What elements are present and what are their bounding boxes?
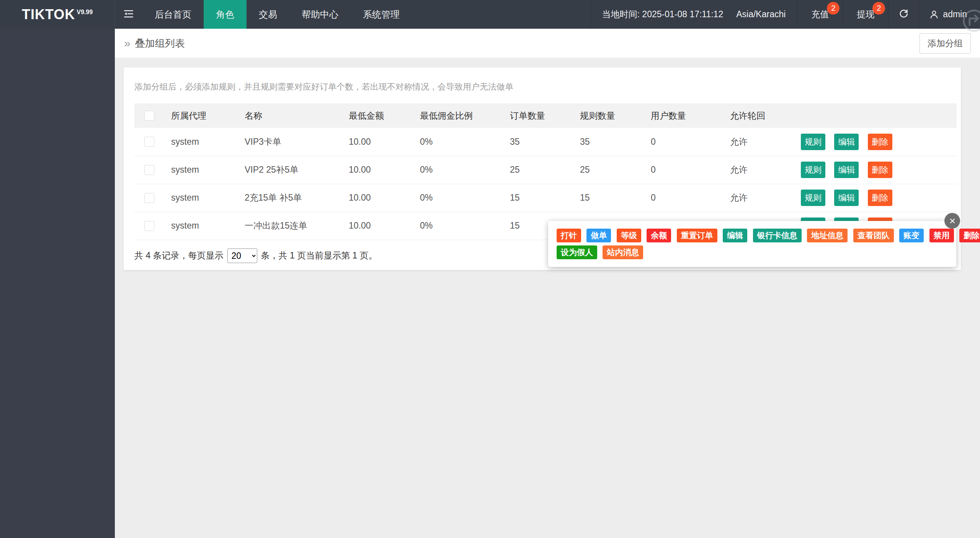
popup-action-button[interactable]: 编辑 (723, 229, 747, 242)
groups-table: 所属代理 名称 最低金额 最低佣金比例 订单数量 规则数量 用户数量 允许轮回 (134, 103, 957, 240)
cell-min-commission: 0% (420, 128, 510, 156)
withdraw-badge: 2 (872, 2, 885, 15)
cell-min-commission: 0% (420, 156, 510, 184)
recharge-button[interactable]: 充值 2 (797, 0, 843, 29)
col-header-users: 用户数量 (651, 103, 730, 128)
user-icon (929, 10, 939, 20)
sidebar (0, 29, 115, 538)
page-size-select[interactable]: 20 (227, 249, 257, 263)
nav-menu-item[interactable]: 后台首页 (142, 0, 204, 29)
cell-min-amount: 10.00 (349, 156, 420, 184)
logo-text: TIKTOK (22, 7, 75, 23)
withdraw-button[interactable]: 提现 2 (843, 0, 888, 29)
rules-button[interactable]: 规则 (801, 190, 825, 206)
nav-menu-item[interactable]: 帮助中心 (289, 0, 351, 29)
logo: TIKTOK V9.99 (0, 0, 115, 29)
nav-menu-item-label: 后台首页 (155, 8, 191, 21)
popup-action-button[interactable]: 删除 (959, 229, 980, 242)
cell-rules: 25 (580, 156, 651, 184)
popup-action-button[interactable]: 打针 (557, 229, 581, 242)
delete-button[interactable]: 删除 (868, 162, 892, 178)
row-checkbox[interactable] (144, 165, 154, 175)
edit-button[interactable]: 编辑 (834, 162, 859, 178)
col-header-orders: 订单数量 (510, 103, 580, 128)
page-title: 叠加组列表 (135, 37, 185, 50)
pagination-suffix: 条，共 1 页当前显示第 1 页。 (261, 250, 377, 262)
popup-action-button[interactable]: 余额 (647, 229, 671, 242)
popup-actions-row-2: 设为假人 站内消息 (557, 245, 952, 259)
nav-menu-item[interactable]: 角色 (204, 0, 247, 29)
popup-action-button[interactable]: 等级 (617, 229, 641, 242)
breadcrumb: » 叠加组列表 添加分组 (115, 29, 980, 58)
cell-min-amount: 10.00 (349, 184, 420, 212)
refresh-button[interactable] (888, 0, 919, 29)
popup-action-button[interactable]: 禁用 (929, 229, 954, 242)
cell-users: 0 (651, 128, 730, 156)
nav-menu-item-label: 系统管理 (363, 8, 400, 21)
row-checkbox[interactable] (144, 137, 154, 147)
popup-action-button[interactable]: 设为假人 (557, 245, 597, 259)
cell-agent: system (171, 212, 245, 240)
cell-rotation: 允许 (730, 156, 801, 184)
page: TIKTOK V9.99 后台首页 角色 交易 (0, 0, 980, 538)
cell-users: 0 (651, 156, 730, 184)
nav-menu-item[interactable]: 系统管理 (351, 0, 412, 29)
popup-action-button[interactable]: 银行卡信息 (753, 229, 802, 242)
cell-orders: 25 (510, 156, 580, 184)
add-group-button[interactable]: 添加分组 (920, 33, 971, 54)
menu-icon (123, 8, 134, 21)
cell-rules: 15 (580, 184, 651, 212)
recharge-badge: 2 (827, 2, 840, 15)
member-actions-popup: 打针 做单 等级 余额 重置订单 编辑 银行卡信息 地址信息 查看团队 账变 禁… (548, 221, 956, 267)
username: admin (943, 9, 967, 20)
delete-button[interactable]: 删除 (868, 190, 892, 206)
col-header-min-amount: 最低金额 (349, 103, 420, 128)
cell-name: 2充15单 补5单 (245, 184, 349, 212)
recharge-label: 充值 (811, 8, 829, 20)
main-area: » 叠加组列表 添加分组 添加分组后，必须添加规则，并且规则需要对应好订单个数，… (115, 29, 980, 538)
table-header-row: 所属代理 名称 最低金额 最低佣金比例 订单数量 规则数量 用户数量 允许轮回 (134, 103, 957, 128)
pagination-prefix: 共 4 条记录，每页显示 (134, 250, 224, 262)
nav-menu: 后台首页 角色 交易 帮助中心 (142, 0, 412, 29)
cell-agent: system (171, 128, 245, 156)
user-menu[interactable]: admin (919, 0, 980, 29)
logo-version: V9.99 (77, 9, 93, 16)
sidebar-toggle-button[interactable] (115, 0, 142, 29)
cell-min-amount: 10.00 (349, 212, 420, 240)
popup-action-button[interactable]: 账变 (899, 229, 924, 242)
popup-action-button[interactable]: 站内消息 (603, 245, 643, 259)
cell-orders: 15 (510, 184, 580, 212)
rules-button[interactable]: 规则 (801, 134, 825, 150)
rules-button[interactable]: 规则 (801, 162, 825, 178)
withdraw-label: 提现 (857, 8, 874, 20)
cell-name: VIP3卡单 (245, 128, 349, 156)
nav-menu-item-label: 帮助中心 (302, 8, 338, 21)
delete-button[interactable]: 删除 (868, 134, 892, 150)
row-checkbox[interactable] (144, 221, 154, 231)
nav-menu-item-label: 角色 (216, 8, 234, 21)
nav-menu-item[interactable]: 交易 (247, 0, 289, 29)
cell-min-commission: 0% (420, 184, 510, 212)
col-header-rotation: 允许轮回 (730, 103, 801, 128)
cell-agent: system (171, 184, 245, 212)
row-checkbox[interactable] (144, 193, 154, 203)
table-row: system VIP3卡单 10.00 0% 35 35 0 允许 规则 (134, 128, 957, 156)
timezone-text: Asia/Karachi (736, 9, 786, 20)
popup-action-button[interactable]: 重置订单 (677, 229, 717, 242)
select-all-checkbox[interactable] (144, 111, 154, 121)
local-time-text: 当地时间: 2025-01-08 17:11:12 (602, 8, 724, 20)
nav-menu-item-label: 交易 (259, 8, 277, 21)
edit-button[interactable]: 编辑 (834, 190, 859, 206)
popup-action-button[interactable]: 做单 (586, 229, 611, 242)
cell-name: 一冲出款15连单 (245, 212, 349, 240)
close-icon[interactable] (944, 213, 960, 229)
cell-min-amount: 10.00 (349, 128, 420, 156)
popup-action-button[interactable]: 查看团队 (853, 229, 894, 242)
cell-name: VIP2 25补5单 (245, 156, 349, 184)
popup-action-button[interactable]: 地址信息 (807, 229, 848, 242)
hint-text: 添加分组后，必须添加规则，并且规则需要对应好订单个数，若出现不对称情况，会导致用… (124, 67, 961, 93)
top-navbar: TIKTOK V9.99 后台首页 角色 交易 (0, 0, 980, 29)
navbar-right: 当地时间: 2025-01-08 17:11:12 Asia/Karachi 充… (590, 0, 980, 29)
cell-min-commission: 0% (420, 212, 510, 240)
edit-button[interactable]: 编辑 (834, 134, 859, 150)
